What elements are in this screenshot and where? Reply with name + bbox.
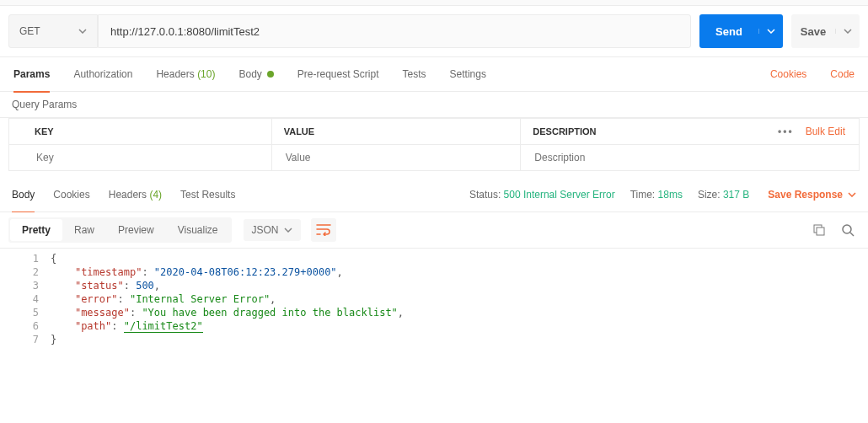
col-value: VALUE (272, 119, 522, 144)
cookies-link[interactable]: Cookies (770, 68, 806, 80)
code-link[interactable]: Code (830, 68, 855, 80)
tab-tests[interactable]: Tests (403, 57, 426, 91)
send-label: Send (699, 25, 758, 38)
query-params-title: Query Params (0, 92, 868, 118)
col-key: KEY (9, 119, 272, 144)
resp-headers-count: (4) (149, 189, 162, 201)
param-key-input[interactable] (35, 151, 260, 164)
chevron-down-icon (78, 29, 87, 34)
copy-button[interactable] (807, 218, 831, 242)
body-indicator-dot-icon (267, 71, 274, 78)
size-meta: Size: 317 B (698, 189, 749, 201)
view-raw[interactable]: Raw (62, 219, 106, 241)
url-input[interactable] (98, 14, 691, 48)
chevron-down-icon (767, 29, 775, 34)
tab-prerequest[interactable]: Pre-request Script (297, 57, 379, 91)
param-desc-input[interactable] (533, 151, 758, 164)
tab-headers[interactable]: Headers (10) (156, 57, 215, 91)
send-button[interactable]: Send (699, 14, 783, 48)
resp-tab-cookies[interactable]: Cookies (53, 178, 89, 212)
view-preview[interactable]: Preview (106, 219, 166, 241)
chevron-down-icon (844, 29, 852, 34)
resp-tab-body[interactable]: Body (12, 178, 35, 213)
search-body-button[interactable] (836, 218, 860, 242)
params-header-row: KEY VALUE DESCRIPTION ••• Bulk Edit (9, 118, 859, 144)
body-view-toggle: Pretty Raw Preview Visualize (8, 217, 232, 243)
params-row (9, 144, 859, 170)
wrap-line-button[interactable] (311, 218, 336, 242)
copy-icon (813, 224, 825, 236)
response-body[interactable]: 1234567 { "timestamp": "2020-04-08T06:12… (0, 249, 868, 423)
col-desc: DESCRIPTION (521, 119, 769, 144)
save-label: Save (791, 25, 835, 38)
bulk-edit-link[interactable]: Bulk Edit (806, 126, 845, 137)
resp-tab-headers[interactable]: Headers (4) (109, 178, 162, 212)
format-select[interactable]: JSON (244, 219, 301, 241)
tab-params[interactable]: Params (13, 57, 50, 93)
more-columns-button[interactable]: ••• (778, 126, 794, 137)
resp-tab-tests[interactable]: Test Results (180, 178, 235, 212)
tab-body[interactable]: Body (238, 57, 273, 91)
status-meta: Status: 500 Internal Server Error (469, 189, 615, 201)
send-options-button[interactable] (758, 29, 783, 34)
headers-count: (10) (197, 68, 215, 80)
http-method-select[interactable]: GET (8, 14, 98, 48)
chevron-down-icon (848, 192, 856, 197)
svg-rect-1 (817, 228, 824, 235)
view-visualize[interactable]: Visualize (166, 219, 230, 241)
view-pretty[interactable]: Pretty (10, 219, 62, 241)
save-response-button[interactable]: Save Response (768, 189, 856, 201)
json-code: { "timestamp": "2020-04-08T06:12:23.279+… (51, 252, 868, 420)
save-button[interactable]: Save (791, 14, 860, 48)
chevron-down-icon (284, 228, 292, 233)
tab-authorization[interactable]: Authorization (73, 57, 132, 91)
line-gutter: 1234567 (0, 252, 51, 420)
save-options-button[interactable] (835, 29, 860, 34)
svg-point-2 (843, 225, 851, 233)
tab-settings[interactable]: Settings (450, 57, 486, 91)
http-method-label: GET (19, 25, 40, 37)
time-meta: Time: 18ms (630, 189, 683, 201)
search-icon (841, 223, 855, 237)
param-value-input[interactable] (284, 151, 509, 164)
wrap-icon (316, 224, 331, 236)
